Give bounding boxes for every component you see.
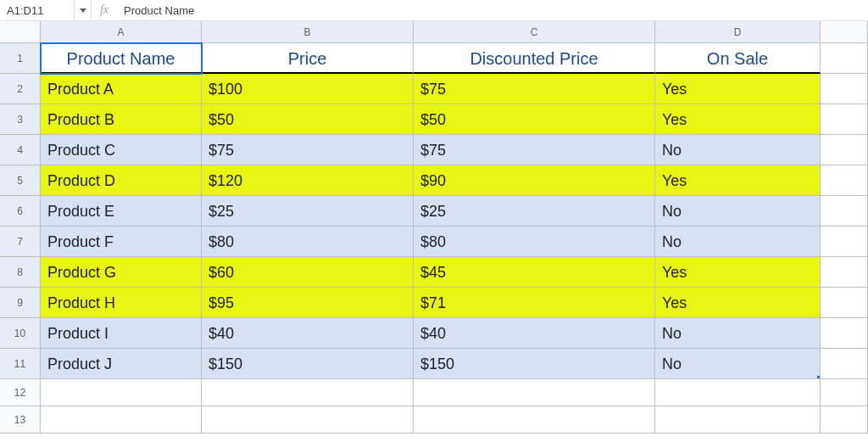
data-cell[interactable]: $75 [414,74,655,104]
data-cell[interactable]: Product J [41,349,202,379]
column-header-A[interactable]: A [41,21,202,43]
data-cell[interactable]: Product G [41,257,202,288]
data-cell[interactable]: $25 [202,196,414,227]
cell-empty[interactable] [821,349,868,379]
row-header-5[interactable]: 5 [0,165,41,196]
cell-empty[interactable] [821,406,868,434]
cell-empty[interactable] [821,104,868,135]
data-cell[interactable]: Product D [41,165,202,196]
header-cell-product-name[interactable]: Product Name [41,43,202,74]
cell-empty[interactable] [821,135,868,165]
row-header-8[interactable]: 8 [0,257,41,288]
row-header-11[interactable]: 11 [0,349,41,379]
data-cell[interactable]: $80 [202,227,414,257]
data-cell[interactable]: $40 [414,318,655,349]
data-cell[interactable]: $75 [414,135,655,165]
cell-empty[interactable] [821,257,868,288]
cell-empty[interactable] [202,406,414,434]
row-header-13[interactable]: 13 [0,406,41,434]
row-header-9[interactable]: 9 [0,288,41,318]
name-box-dropdown[interactable] [75,0,92,20]
header-cell-on-sale[interactable]: On Sale [655,43,821,74]
cell-empty[interactable] [821,196,868,227]
column-header-B[interactable]: B [202,21,414,43]
data-cell[interactable]: Product I [41,318,202,349]
cell-empty[interactable] [821,74,868,104]
data-cell[interactable]: $71 [414,288,655,318]
data-cell[interactable]: $150 [414,349,655,379]
data-cell[interactable]: $45 [414,257,655,288]
data-cell[interactable]: $75 [202,135,414,165]
column-headers: ABCD [41,21,868,43]
data-cell[interactable]: Yes [655,165,821,196]
data-cell[interactable]: Yes [655,74,821,104]
data-cell[interactable]: $90 [414,165,655,196]
data-cell[interactable]: No [655,135,821,165]
cell-empty[interactable] [202,379,414,406]
row-header-10[interactable]: 10 [0,318,41,349]
data-cell[interactable]: Product E [41,196,202,227]
column-header-D[interactable]: D [655,21,821,43]
cell-empty[interactable] [821,227,868,257]
cell-empty[interactable] [821,288,868,318]
data-cell[interactable]: Yes [655,257,821,288]
column-header-C[interactable]: C [414,21,655,43]
formula-input[interactable]: Product Name [117,4,868,17]
data-cell[interactable]: $50 [202,104,414,135]
spreadsheet-grid: ABCD 1Product NamePriceDiscounted PriceO… [0,21,868,434]
row-header-12[interactable]: 12 [0,379,41,406]
cell-empty[interactable] [821,43,868,74]
chevron-down-icon [80,8,86,13]
data-cell[interactable]: $80 [414,227,655,257]
select-all-corner[interactable] [0,21,41,43]
cell-empty[interactable] [414,379,655,406]
data-cell[interactable]: Product B [41,104,202,135]
data-cell[interactable]: Product H [41,288,202,318]
data-cell[interactable]: No [655,349,821,379]
data-cell[interactable]: $150 [202,349,414,379]
row-header-3[interactable]: 3 [0,104,41,135]
cell-empty[interactable] [41,379,202,406]
cell-empty[interactable] [655,406,821,434]
data-cell[interactable]: $120 [202,165,414,196]
data-cell[interactable]: Product C [41,135,202,165]
data-cell[interactable]: Product A [41,74,202,104]
name-box[interactable]: A1:D11 [0,0,75,20]
data-cell[interactable]: $95 [202,288,414,318]
cell-empty[interactable] [821,379,868,406]
fx-icon: fx [92,3,117,17]
data-cell[interactable]: $50 [414,104,655,135]
data-cell[interactable]: $40 [202,318,414,349]
row-header-4[interactable]: 4 [0,135,41,165]
data-cell[interactable]: No [655,196,821,227]
row-header-2[interactable]: 2 [0,74,41,104]
data-cell[interactable]: $100 [202,74,414,104]
header-cell-price[interactable]: Price [202,43,414,74]
data-cell[interactable]: Product F [41,227,202,257]
row-header-7[interactable]: 7 [0,227,41,257]
data-cell[interactable]: No [655,227,821,257]
data-cell[interactable]: Yes [655,104,821,135]
cell-empty[interactable] [655,379,821,406]
row-header-6[interactable]: 6 [0,196,41,227]
data-cell[interactable]: $60 [202,257,414,288]
column-header-blank[interactable] [821,21,868,43]
cell-empty[interactable] [821,318,868,349]
row-header-1[interactable]: 1 [0,43,41,74]
data-cell[interactable]: Yes [655,288,821,318]
cell-empty[interactable] [414,406,655,434]
cell-empty[interactable] [821,165,868,196]
data-cell[interactable]: $25 [414,196,655,227]
header-cell-discounted-price[interactable]: Discounted Price [414,43,655,74]
data-cell[interactable]: No [655,318,821,349]
formula-bar: A1:D11 fx Product Name [0,0,868,21]
cell-empty[interactable] [41,406,202,434]
